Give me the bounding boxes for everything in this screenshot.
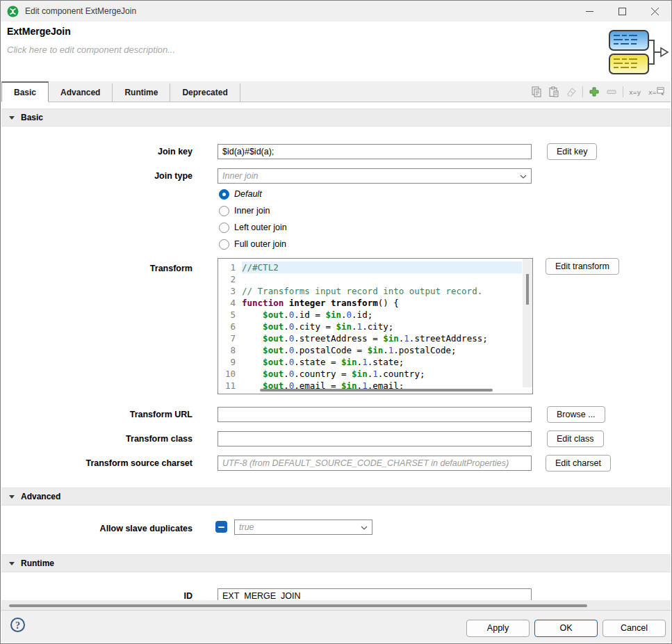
paste-icon[interactable] — [548, 86, 560, 98]
edit-class-button[interactable]: Edit class — [547, 430, 604, 447]
scrollbar-thumb[interactable] — [9, 604, 587, 607]
scrollbar-thumb[interactable] — [260, 389, 493, 392]
transform-url-label: Transform URL — [1, 407, 192, 422]
form-scroll-area: Basic Join key Edit key Join type Inner … — [1, 102, 671, 600]
remove-icon[interactable] — [605, 86, 618, 98]
properties-toolbar: x=y x= — [530, 81, 671, 102]
radio-button-icon[interactable] — [219, 206, 229, 216]
radio-label: Inner join — [234, 206, 270, 216]
toolbar-separator — [582, 86, 583, 97]
code-line-10[interactable]: $out.0.country = $in.1.country; — [242, 368, 522, 380]
line-number: 3 — [218, 285, 240, 297]
radio-inner-join[interactable]: Inner join — [219, 202, 287, 219]
transform-source-charset-label: Transform source charset — [1, 456, 192, 471]
transform-label: Transform — [1, 261, 192, 276]
editor-horizontal-scrollbar[interactable] — [242, 389, 522, 392]
section-header-runtime[interactable]: Runtime — [1, 554, 671, 572]
join-type-dropdown[interactable]: Inner join — [218, 168, 532, 184]
section-header-advanced[interactable]: Advanced — [1, 488, 671, 506]
code-line-4[interactable]: function integer transform() { — [242, 297, 522, 309]
transform-class-input[interactable] — [218, 431, 532, 446]
clear-icon[interactable] — [565, 86, 577, 98]
code-line-8[interactable]: $out.0.postalCode = $in.1.postalCode; — [242, 344, 522, 356]
line-number: 4 — [218, 297, 240, 309]
ok-button[interactable]: OK — [534, 620, 598, 637]
set-value-icon[interactable]: x=y — [628, 86, 644, 98]
section-title: Basic — [21, 113, 43, 122]
transform-code-editor[interactable]: 1234567891011 //#CTL2 // Transforms inpu… — [218, 258, 533, 394]
radio-left-outer-join[interactable]: Left outer join — [219, 219, 287, 236]
transform-source-charset-input[interactable] — [218, 456, 532, 471]
radio-label: Left outer join — [234, 223, 287, 232]
radio-button-icon[interactable] — [219, 239, 229, 250]
merge-join-component-icon — [607, 29, 669, 76]
id-label: ID — [1, 588, 192, 600]
radio-default[interactable]: Default — [219, 186, 287, 202]
allow-slave-duplicates-value: true — [239, 520, 357, 534]
window-controls — [573, 1, 671, 22]
collapse-triangle-icon — [9, 116, 15, 120]
apply-button[interactable]: Apply — [466, 620, 530, 637]
radio-full-outer-join[interactable]: Full outer join — [219, 236, 287, 252]
minimize-button[interactable] — [573, 1, 606, 22]
tab-basic[interactable]: Basic — [1, 81, 49, 102]
chevron-down-icon — [361, 520, 368, 534]
code-line-3[interactable]: // Transforms input record into output r… — [242, 285, 522, 297]
transform-url-input[interactable] — [218, 407, 532, 422]
add-icon[interactable] — [588, 86, 600, 98]
svg-text:x=y: x=y — [629, 88, 641, 96]
code-line-2[interactable] — [242, 273, 522, 285]
line-number: 10 — [218, 368, 240, 380]
line-number: 6 — [218, 321, 240, 332]
tab-runtime[interactable]: Runtime — [113, 83, 170, 102]
code-line-7[interactable]: $out.0.streetAddress = $in.1.streetAddre… — [242, 332, 522, 344]
section-header-basic[interactable]: Basic — [1, 108, 671, 127]
code-line-5[interactable]: $out.0.id = $in.0.id; — [242, 309, 522, 321]
line-number: 8 — [218, 344, 240, 356]
join-key-input[interactable] — [218, 144, 532, 159]
copy-icon[interactable] — [530, 86, 543, 98]
tab-bar: BasicAdvancedRuntimeDeprecated — [1, 81, 671, 102]
edit-charset-button[interactable]: Edit charset — [546, 455, 611, 472]
allow-slave-duplicates-label: Allow slave duplicates — [1, 521, 192, 536]
join-type-label: Join type — [1, 168, 192, 184]
chevron-down-icon — [520, 169, 527, 183]
line-number: 5 — [218, 309, 240, 321]
maximize-button[interactable] — [606, 1, 639, 22]
line-number: 1 — [218, 261, 240, 273]
line-number: 7 — [218, 332, 240, 344]
line-number: 9 — [218, 356, 240, 368]
tab-strip: BasicAdvancedRuntimeDeprecated — [1, 81, 240, 102]
code-line-6[interactable]: $out.0.city = $in.1.city; — [242, 321, 522, 332]
line-number-gutter: 1234567891011 — [218, 261, 240, 392]
dialog-footer: ? Apply OK Cancel — [1, 610, 671, 643]
radio-label: Default — [234, 189, 262, 199]
browse-button[interactable]: Browse ... — [547, 406, 605, 423]
scrollbar-thumb[interactable] — [526, 274, 529, 305]
allow-slave-duplicates-dropdown[interactable]: true — [234, 520, 372, 535]
code-line-9[interactable]: $out.0.state = $in.1.state; — [242, 356, 522, 368]
join-type-radio-group: DefaultInner joinLeft outer joinFull out… — [219, 186, 287, 252]
radio-button-icon[interactable] — [219, 223, 229, 233]
radio-button-icon[interactable] — [219, 189, 229, 200]
tab-deprecated[interactable]: Deprecated — [170, 83, 240, 102]
allow-slave-duplicates-checkbox[interactable] — [215, 521, 227, 533]
component-description-placeholder[interactable]: Click here to edit component description… — [7, 45, 175, 55]
section-title: Advanced — [21, 492, 60, 501]
edit-transform-button[interactable]: Edit transform — [546, 258, 619, 275]
dialog-header: ExtMergeJoin Click here to edit componen… — [1, 22, 671, 81]
line-number: 11 — [218, 380, 240, 392]
help-button[interactable]: ? — [10, 618, 25, 632]
collapse-triangle-icon — [9, 562, 15, 565]
editor-vertical-scrollbar[interactable] — [523, 259, 532, 387]
window-title: Edit component ExtMergeJoin — [25, 6, 136, 16]
code-line-1[interactable]: //#CTL2 — [242, 261, 522, 273]
section-title: Runtime — [21, 558, 54, 568]
edit-value-icon[interactable]: x= — [648, 86, 665, 98]
tab-advanced[interactable]: Advanced — [49, 83, 113, 102]
close-button[interactable] — [639, 1, 671, 22]
join-key-label: Join key — [1, 144, 192, 159]
cancel-button[interactable]: Cancel — [603, 620, 666, 637]
edit-key-button[interactable]: Edit key — [547, 143, 597, 160]
id-input[interactable] — [218, 588, 532, 600]
